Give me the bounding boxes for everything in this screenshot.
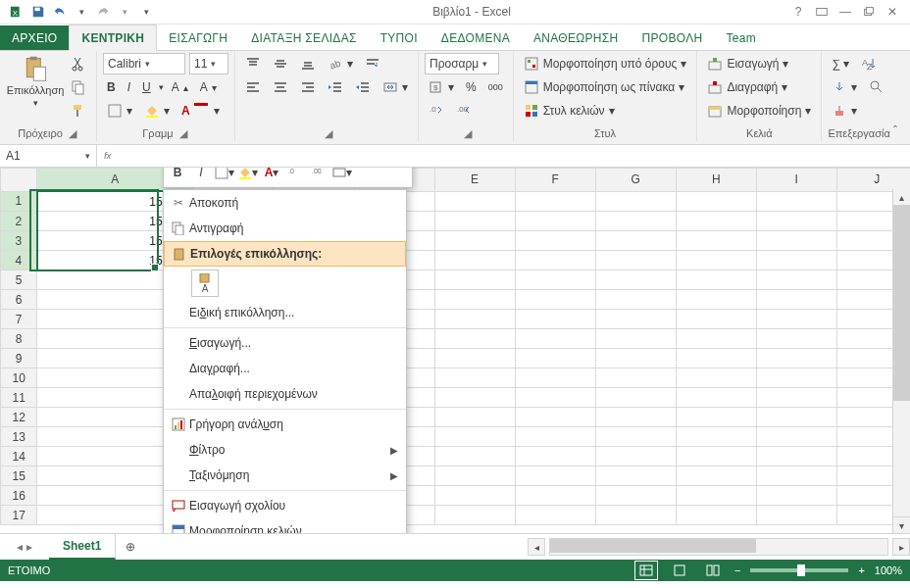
row-header-17[interactable]: 17 <box>1 506 37 525</box>
sort-filter-icon[interactable]: AZ <box>857 53 881 74</box>
ctx-quick-analysis[interactable]: Γρήγορη ανάλυση <box>164 412 406 437</box>
help-icon[interactable]: ? <box>786 1 810 23</box>
ctx-insert-comment[interactable]: Εισαγωγή σχολίου <box>164 493 406 518</box>
row-header-11[interactable]: 11 <box>1 388 37 408</box>
cell-H8[interactable] <box>676 329 756 349</box>
ribbon-display-icon[interactable] <box>810 1 834 23</box>
mini-inc-decimal-icon[interactable]: .0 <box>285 168 305 182</box>
cell-H10[interactable] <box>676 368 756 388</box>
delete-cells-button[interactable]: Διαγραφή ▾ <box>703 76 791 98</box>
undo-dropdown-icon[interactable]: ▾ <box>71 1 92 23</box>
fill-icon[interactable]: ▾ <box>828 76 861 98</box>
mini-merge-icon[interactable]: ▾ <box>332 168 352 182</box>
cell-I9[interactable] <box>756 349 836 368</box>
redo-dropdown-icon[interactable]: ▾ <box>114 1 135 23</box>
zoom-in-button[interactable]: + <box>858 564 864 576</box>
cell-H7[interactable] <box>676 310 756 329</box>
cell-F1[interactable] <box>515 191 595 212</box>
decrease-indent-icon[interactable] <box>324 76 347 98</box>
cell-E10[interactable] <box>434 368 515 388</box>
cell-G1[interactable] <box>595 191 676 212</box>
row-header-3[interactable]: 3 <box>1 231 37 251</box>
cell-I1[interactable] <box>756 191 836 212</box>
cell-G3[interactable] <box>595 231 676 251</box>
cell-I10[interactable] <box>756 368 836 388</box>
zoom-out-button[interactable]: − <box>734 564 740 576</box>
col-header-I[interactable]: I <box>756 169 836 192</box>
cell-H14[interactable] <box>676 447 756 466</box>
mini-fill-color-icon[interactable]: ▾ <box>238 168 258 182</box>
clear-icon[interactable]: ▾ <box>828 100 861 122</box>
cell-E3[interactable] <box>434 231 515 251</box>
cell-E7[interactable] <box>434 310 515 329</box>
number-launcher-icon[interactable]: ◢ <box>462 127 474 139</box>
border-icon[interactable]: ▾ <box>103 100 136 122</box>
ctx-paste-special[interactable]: Ειδική επικόλληση... <box>164 300 406 325</box>
cell-H12[interactable] <box>676 408 756 427</box>
fx-icon[interactable]: fx <box>103 148 123 165</box>
cell-G16[interactable] <box>595 486 676 506</box>
cell-I16[interactable] <box>756 486 836 506</box>
zoom-slider[interactable] <box>750 568 848 572</box>
font-size-select[interactable]: 11▾ <box>189 53 228 74</box>
copy-icon[interactable] <box>67 76 90 98</box>
undo-icon[interactable] <box>49 1 71 23</box>
row-header-13[interactable]: 13 <box>1 427 37 447</box>
cell-F10[interactable] <box>515 368 595 388</box>
row-header-12[interactable]: 12 <box>1 408 37 427</box>
paste-button[interactable]: Επικόλληση ▾ <box>6 53 65 108</box>
mini-border-icon[interactable]: ▾ <box>215 168 234 182</box>
align-middle-icon[interactable] <box>269 53 292 74</box>
cell-G14[interactable] <box>595 447 676 466</box>
cell-E12[interactable] <box>434 408 515 427</box>
align-top-icon[interactable] <box>241 53 265 74</box>
cell-G6[interactable] <box>595 290 676 310</box>
increase-indent-icon[interactable] <box>351 76 375 98</box>
cell-E8[interactable] <box>434 329 515 349</box>
align-bottom-icon[interactable] <box>296 53 320 74</box>
tab-team[interactable]: Team <box>714 25 768 50</box>
font-color-icon[interactable]: A▾ <box>177 100 224 122</box>
comma-icon[interactable]: 000 <box>484 76 507 98</box>
cell-E4[interactable] <box>434 251 515 270</box>
row-header-8[interactable]: 8 <box>1 329 37 349</box>
row-header-7[interactable]: 7 <box>1 310 37 329</box>
format-cells-button[interactable]: Μορφοποίηση ▾ <box>703 100 815 122</box>
cell-F12[interactable] <box>515 408 595 427</box>
mini-bold-button[interactable]: B <box>168 168 187 182</box>
spreadsheet-grid[interactable]: A B C D E F G H I J K L 115/1/20215/1/20… <box>0 168 910 533</box>
cell-H6[interactable] <box>676 290 756 310</box>
cell-H4[interactable] <box>676 251 756 270</box>
cell-I6[interactable] <box>756 290 836 310</box>
row-header-1[interactable]: 1 <box>1 191 37 212</box>
conditional-formatting-button[interactable]: Μορφοποίηση υπό όρους ▾ <box>520 53 691 74</box>
col-header-G[interactable]: G <box>595 169 676 192</box>
cell-I2[interactable] <box>756 212 836 231</box>
cell-G12[interactable] <box>595 408 676 427</box>
cell-E15[interactable] <box>434 466 515 486</box>
tab-review[interactable]: ΑΝΑΘΕΩΡΗΣΗ <box>522 25 630 50</box>
ctx-insert[interactable]: Εισαγωγή... <box>164 330 406 356</box>
formula-bar[interactable]: fx <box>97 145 910 167</box>
cell-F14[interactable] <box>515 447 595 466</box>
ctx-copy[interactable]: Αντιγραφή <box>164 216 406 241</box>
ctx-format-cells[interactable]: Μορφοποίηση κελιών... <box>164 518 406 533</box>
cell-F15[interactable] <box>515 466 595 486</box>
autosum-icon[interactable]: ∑ ▾ <box>828 53 853 74</box>
format-painter-icon[interactable] <box>67 100 90 122</box>
name-box[interactable]: A1▾ <box>0 145 97 167</box>
cell-E13[interactable] <box>434 427 515 447</box>
ctx-clear[interactable]: Απαλοιφή περιεχομένων <box>164 381 406 407</box>
redo-icon[interactable] <box>92 1 114 23</box>
cell-E16[interactable] <box>434 486 515 506</box>
row-header-14[interactable]: 14 <box>1 447 37 466</box>
cell-G5[interactable] <box>595 270 676 290</box>
cell-F6[interactable] <box>515 290 595 310</box>
cell-E14[interactable] <box>434 447 515 466</box>
col-header-F[interactable]: F <box>515 169 595 192</box>
wrap-text-icon[interactable] <box>361 53 384 74</box>
insert-cells-button[interactable]: Εισαγωγή ▾ <box>703 53 792 74</box>
tab-data[interactable]: ΔΕΔΟΜΕΝΑ <box>430 25 522 50</box>
view-page-break-icon[interactable] <box>701 561 725 580</box>
cell-I11[interactable] <box>756 388 836 408</box>
